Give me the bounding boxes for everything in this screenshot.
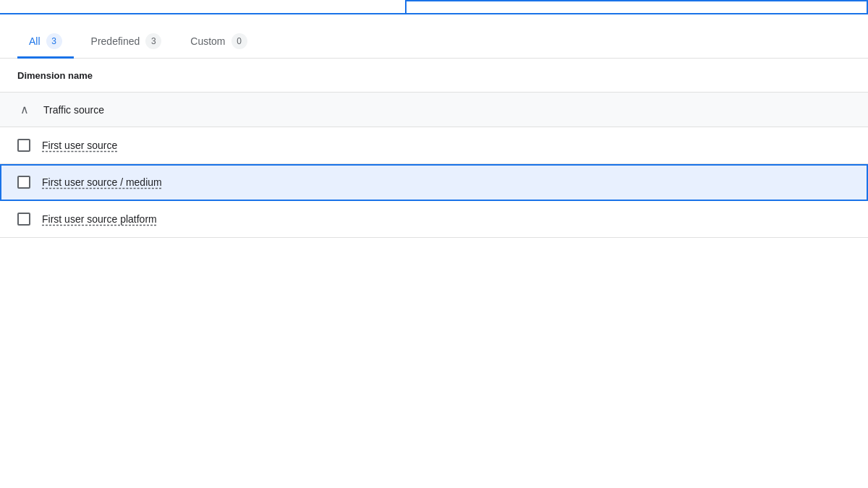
tab-all[interactable]: All 3 xyxy=(17,26,74,59)
table-header: Dimension name xyxy=(0,59,868,93)
tabs: All 3 Predefined 3 Custom 0 xyxy=(0,26,868,58)
traffic-source-section[interactable]: ∧ Traffic source xyxy=(0,93,868,127)
first-user-source-medium-label: First user source / medium xyxy=(42,176,162,188)
first-user-source-platform-row[interactable]: First user source platform xyxy=(0,201,868,238)
chevron-up-icon: ∧ xyxy=(17,103,32,116)
first-user-source-medium-checkbox[interactable] xyxy=(17,176,30,189)
tab-all-label: All xyxy=(29,35,41,47)
tabs-container: All 3 Predefined 3 Custom 0 xyxy=(0,14,868,59)
top-bar xyxy=(0,0,868,14)
traffic-source-label: Traffic source xyxy=(43,104,104,116)
tab-custom[interactable]: Custom 0 xyxy=(179,26,258,59)
search-box-highlight xyxy=(405,0,868,13)
first-user-source-label: First user source xyxy=(42,140,117,151)
first-user-source-platform-checkbox[interactable] xyxy=(17,213,30,226)
first-user-source-checkbox[interactable] xyxy=(17,139,30,152)
tab-predefined-badge: 3 xyxy=(145,33,161,49)
first-user-source-medium-row[interactable]: First user source / medium xyxy=(0,164,868,201)
empty-area xyxy=(0,238,868,382)
first-user-source-row[interactable]: First user source xyxy=(0,127,868,164)
tab-custom-badge: 0 xyxy=(231,33,247,49)
dimension-name-header: Dimension name xyxy=(17,70,93,81)
tab-predefined[interactable]: Predefined 3 xyxy=(80,26,174,59)
tab-all-badge: 3 xyxy=(46,33,62,49)
first-user-source-platform-label: First user source platform xyxy=(42,213,157,225)
tab-custom-label: Custom xyxy=(190,35,225,47)
tab-predefined-label: Predefined xyxy=(91,35,140,47)
